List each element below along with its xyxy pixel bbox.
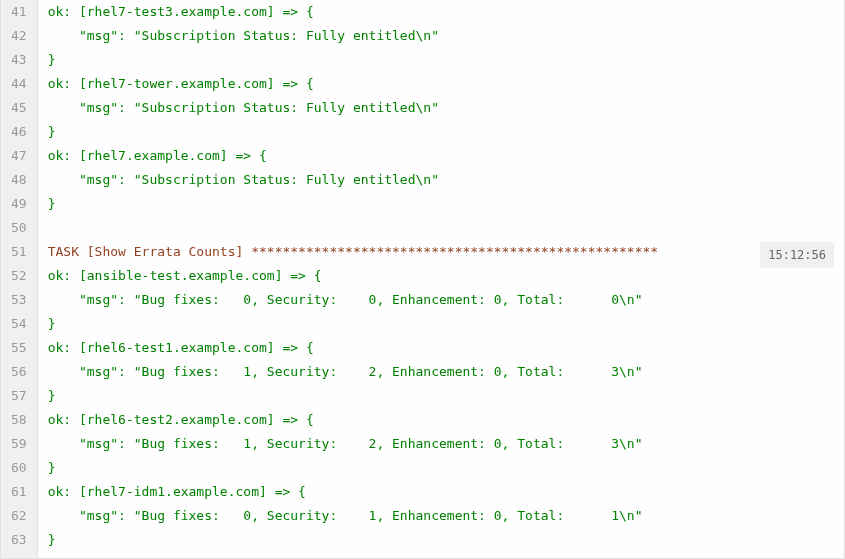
- code-line: "msg": "Subscription Status: Fully entit…: [48, 168, 834, 192]
- code-text: "msg": "Bug fixes: 0, Security: 1, Enhan…: [48, 508, 643, 523]
- code-line: }: [48, 528, 834, 552]
- code-text: ok: [rhel7-tower.example.com] => {: [48, 76, 314, 91]
- code-line: [48, 216, 834, 240]
- code-text: }: [48, 460, 56, 475]
- line-number: 55: [11, 336, 27, 360]
- code-line: ok: [rhel7-test3.example.com] => {: [48, 0, 834, 24]
- code-line: "msg": "Bug fixes: 1, Security: 2, Enhan…: [48, 360, 834, 384]
- code-line: }: [48, 312, 834, 336]
- code-text: "msg": "Bug fixes: 1, Security: 2, Enhan…: [48, 436, 643, 451]
- code-text: ok: [ansible-test.example.com] => {: [48, 268, 322, 283]
- code-text: "msg": "Subscription Status: Fully entit…: [48, 172, 439, 187]
- code-line: "msg": "Subscription Status: Fully entit…: [48, 96, 834, 120]
- line-number: 51: [11, 240, 27, 264]
- line-number: 41: [11, 0, 27, 24]
- code-text: "msg": "Bug fixes: 1, Security: 2, Enhan…: [48, 364, 643, 379]
- code-block: 4142434445464748495051525354555657585960…: [0, 0, 845, 559]
- code-text: ok: [rhel7.example.com] => {: [48, 148, 267, 163]
- line-number: 44: [11, 72, 27, 96]
- code-text: }: [48, 124, 56, 139]
- line-number: 60: [11, 456, 27, 480]
- code-line: }: [48, 456, 834, 480]
- code-line: TASK [Show Errata Counts] **************…: [48, 240, 834, 264]
- code-text: }: [48, 388, 56, 403]
- code-line: "msg": "Subscription Status: Fully entit…: [48, 24, 834, 48]
- line-number: 54: [11, 312, 27, 336]
- code-line: ok: [ansible-test.example.com] => {: [48, 264, 834, 288]
- code-line: }: [48, 120, 834, 144]
- code-line: ok: [rhel7-tower.example.com] => {: [48, 72, 834, 96]
- code-text: }: [48, 52, 56, 67]
- code-line: "msg": "Bug fixes: 0, Security: 0, Enhan…: [48, 288, 834, 312]
- line-number-gutter: 4142434445464748495051525354555657585960…: [1, 0, 38, 558]
- line-number: 53: [11, 288, 27, 312]
- line-number: 61: [11, 480, 27, 504]
- line-number: 47: [11, 144, 27, 168]
- line-number: 45: [11, 96, 27, 120]
- code-line: ok: [rhel6-test2.example.com] => {: [48, 408, 834, 432]
- code-text: ok: [rhel6-test2.example.com] => {: [48, 412, 314, 427]
- code-text: TASK [Show Errata Counts] **************…: [48, 244, 658, 259]
- line-number: 56: [11, 360, 27, 384]
- code-text: "msg": "Subscription Status: Fully entit…: [48, 28, 439, 43]
- line-number: 43: [11, 48, 27, 72]
- line-number: 48: [11, 168, 27, 192]
- line-number: 42: [11, 24, 27, 48]
- code-content[interactable]: ok: [rhel7-test3.example.com] => { "msg"…: [38, 0, 844, 558]
- line-number: 62: [11, 504, 27, 528]
- line-number: 59: [11, 432, 27, 456]
- line-number: 49: [11, 192, 27, 216]
- code-text: }: [48, 196, 56, 211]
- line-number: 46: [11, 120, 27, 144]
- code-line: "msg": "Bug fixes: 0, Security: 1, Enhan…: [48, 504, 834, 528]
- code-text: "msg": "Subscription Status: Fully entit…: [48, 100, 439, 115]
- line-number: 57: [11, 384, 27, 408]
- code-line: }: [48, 192, 834, 216]
- code-text: }: [48, 532, 56, 547]
- code-line: }: [48, 48, 834, 72]
- code-text: ok: [rhel7-test3.example.com] => {: [48, 4, 314, 19]
- line-number: 50: [11, 216, 27, 240]
- line-number: 63: [11, 528, 27, 552]
- line-number: 52: [11, 264, 27, 288]
- code-line: }: [48, 384, 834, 408]
- code-line: ok: [rhel6-test1.example.com] => {: [48, 336, 834, 360]
- code-text: "msg": "Bug fixes: 0, Security: 0, Enhan…: [48, 292, 643, 307]
- code-line: "msg": "Bug fixes: 1, Security: 2, Enhan…: [48, 432, 834, 456]
- code-text: ok: [rhel6-test1.example.com] => {: [48, 340, 314, 355]
- code-line: ok: [rhel7.example.com] => {: [48, 144, 834, 168]
- code-text: ok: [rhel7-idm1.example.com] => {: [48, 484, 306, 499]
- code-text: }: [48, 316, 56, 331]
- code-line: ok: [rhel7-idm1.example.com] => {: [48, 480, 834, 504]
- line-number: 58: [11, 408, 27, 432]
